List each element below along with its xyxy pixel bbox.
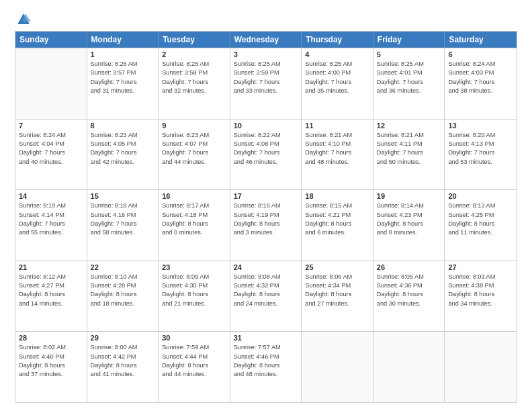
day-number: 20 [448, 192, 513, 200]
logo-icon [16, 12, 31, 27]
day-cell: 4Sunrise: 8:25 AMSunset: 4:00 PMDaylight… [302, 48, 373, 119]
day-number: 10 [234, 122, 298, 130]
day-cell: 19Sunrise: 8:14 AMSunset: 4:23 PMDayligh… [373, 190, 445, 261]
day-number: 7 [19, 122, 83, 130]
day-info: Sunrise: 8:08 AMSunset: 4:32 PMDaylight:… [234, 273, 298, 308]
day-info: Sunrise: 8:26 AMSunset: 3:57 PMDaylight:… [91, 60, 155, 95]
day-header: Sunday [15, 32, 87, 48]
day-cell: 27Sunrise: 8:03 AMSunset: 4:38 PMDayligh… [445, 261, 517, 332]
day-cell: 1Sunrise: 8:26 AMSunset: 3:57 PMDaylight… [87, 48, 159, 119]
header [15, 12, 517, 27]
day-number: 30 [162, 334, 226, 342]
day-number: 17 [234, 192, 298, 200]
day-number: 6 [448, 50, 513, 58]
day-header: Saturday [445, 32, 517, 48]
week-row: 28Sunrise: 8:02 AMSunset: 4:40 PMDayligh… [15, 331, 517, 402]
day-info: Sunrise: 8:24 AMSunset: 4:03 PMDaylight:… [448, 60, 513, 95]
day-info: Sunrise: 8:00 AMSunset: 4:42 PMDaylight:… [91, 343, 155, 379]
day-info: Sunrise: 8:25 AMSunset: 3:59 PMDaylight:… [234, 60, 298, 95]
day-cell: 8Sunrise: 8:23 AMSunset: 4:05 PMDaylight… [87, 120, 159, 190]
week-row: 21Sunrise: 8:12 AMSunset: 4:27 PMDayligh… [15, 261, 517, 332]
day-cell [373, 332, 445, 402]
day-number: 1 [91, 50, 155, 58]
day-info: Sunrise: 8:09 AMSunset: 4:30 PMDaylight:… [162, 273, 226, 308]
day-cell: 30Sunrise: 7:59 AMSunset: 4:44 PMDayligh… [159, 332, 230, 402]
day-info: Sunrise: 8:16 AMSunset: 4:19 PMDaylight:… [234, 201, 298, 237]
day-cell: 2Sunrise: 8:25 AMSunset: 3:58 PMDaylight… [159, 48, 230, 119]
day-number: 29 [91, 334, 155, 342]
day-info: Sunrise: 8:13 AMSunset: 4:25 PMDaylight:… [448, 201, 513, 237]
day-number: 28 [19, 334, 83, 342]
day-cell: 28Sunrise: 8:02 AMSunset: 4:40 PMDayligh… [15, 332, 87, 402]
day-info: Sunrise: 8:10 AMSunset: 4:28 PMDaylight:… [91, 273, 155, 308]
day-cell: 24Sunrise: 8:08 AMSunset: 4:32 PMDayligh… [230, 261, 302, 332]
day-info: Sunrise: 8:22 AMSunset: 4:08 PMDaylight:… [234, 131, 298, 167]
day-number: 14 [19, 192, 83, 200]
day-info: Sunrise: 7:59 AMSunset: 4:44 PMDaylight:… [162, 343, 226, 379]
day-number: 11 [305, 122, 369, 130]
day-cell: 26Sunrise: 8:05 AMSunset: 4:36 PMDayligh… [373, 261, 445, 332]
day-number: 24 [234, 263, 298, 271]
day-info: Sunrise: 8:25 AMSunset: 3:58 PMDaylight:… [162, 60, 226, 95]
day-cell: 18Sunrise: 8:15 AMSunset: 4:21 PMDayligh… [302, 190, 373, 261]
day-info: Sunrise: 7:57 AMSunset: 4:46 PMDaylight:… [234, 343, 298, 379]
day-number: 21 [19, 263, 83, 271]
day-cell: 6Sunrise: 8:24 AMSunset: 4:03 PMDaylight… [445, 48, 517, 119]
day-cell: 25Sunrise: 8:06 AMSunset: 4:34 PMDayligh… [302, 261, 373, 332]
day-cell: 20Sunrise: 8:13 AMSunset: 4:25 PMDayligh… [445, 190, 517, 261]
day-cell: 10Sunrise: 8:22 AMSunset: 4:08 PMDayligh… [230, 120, 302, 190]
day-info: Sunrise: 8:20 AMSunset: 4:13 PMDaylight:… [448, 131, 513, 167]
day-number: 22 [91, 263, 155, 271]
day-number: 12 [377, 122, 441, 130]
day-header: Monday [87, 32, 159, 48]
day-number: 31 [234, 334, 298, 342]
day-header: Thursday [302, 32, 373, 48]
day-cell: 7Sunrise: 8:24 AMSunset: 4:04 PMDaylight… [15, 120, 87, 190]
day-cell: 17Sunrise: 8:16 AMSunset: 4:19 PMDayligh… [230, 190, 302, 261]
day-number: 19 [377, 192, 441, 200]
day-cell: 16Sunrise: 8:17 AMSunset: 4:18 PMDayligh… [159, 190, 230, 261]
day-cell: 15Sunrise: 8:18 AMSunset: 4:16 PMDayligh… [87, 190, 159, 261]
day-info: Sunrise: 8:21 AMSunset: 4:11 PMDaylight:… [377, 131, 441, 167]
week-row: 1Sunrise: 8:26 AMSunset: 3:57 PMDaylight… [15, 48, 517, 119]
day-header: Wednesday [230, 32, 302, 48]
day-cell: 23Sunrise: 8:09 AMSunset: 4:30 PMDayligh… [159, 261, 230, 332]
day-cell: 5Sunrise: 8:25 AMSunset: 4:01 PMDaylight… [373, 48, 445, 119]
day-number: 27 [448, 263, 513, 271]
page: SundayMondayTuesdayWednesdayThursdayFrid… [0, 0, 532, 411]
day-info: Sunrise: 8:21 AMSunset: 4:10 PMDaylight:… [305, 131, 369, 167]
day-info: Sunrise: 8:25 AMSunset: 4:00 PMDaylight:… [305, 60, 369, 95]
day-info: Sunrise: 8:17 AMSunset: 4:18 PMDaylight:… [162, 201, 226, 237]
day-number: 5 [377, 50, 441, 58]
day-info: Sunrise: 8:23 AMSunset: 4:05 PMDaylight:… [91, 131, 155, 167]
day-cell [302, 332, 373, 402]
week-row: 7Sunrise: 8:24 AMSunset: 4:04 PMDaylight… [15, 119, 517, 190]
day-info: Sunrise: 8:25 AMSunset: 4:01 PMDaylight:… [377, 60, 441, 95]
day-number: 26 [377, 263, 441, 271]
day-number: 2 [162, 50, 226, 58]
day-number: 23 [162, 263, 226, 271]
day-number: 18 [305, 192, 369, 200]
logo [15, 12, 31, 27]
day-number: 4 [305, 50, 369, 58]
day-number: 13 [448, 122, 513, 130]
day-number: 8 [91, 122, 155, 130]
day-headers: SundayMondayTuesdayWednesdayThursdayFrid… [15, 32, 517, 48]
day-cell: 3Sunrise: 8:25 AMSunset: 3:59 PMDaylight… [230, 48, 302, 119]
day-info: Sunrise: 8:02 AMSunset: 4:40 PMDaylight:… [19, 343, 83, 379]
day-info: Sunrise: 8:12 AMSunset: 4:27 PMDaylight:… [19, 273, 83, 308]
day-header: Tuesday [159, 32, 230, 48]
week-row: 14Sunrise: 8:19 AMSunset: 4:14 PMDayligh… [15, 189, 517, 261]
day-number: 3 [234, 50, 298, 58]
day-info: Sunrise: 8:14 AMSunset: 4:23 PMDaylight:… [377, 201, 441, 237]
day-info: Sunrise: 8:05 AMSunset: 4:36 PMDaylight:… [377, 273, 441, 308]
day-info: Sunrise: 8:24 AMSunset: 4:04 PMDaylight:… [19, 131, 83, 167]
day-cell: 13Sunrise: 8:20 AMSunset: 4:13 PMDayligh… [445, 120, 517, 190]
day-header: Friday [373, 32, 445, 48]
day-number: 25 [305, 263, 369, 271]
weeks: 1Sunrise: 8:26 AMSunset: 3:57 PMDaylight… [15, 48, 517, 402]
day-info: Sunrise: 8:03 AMSunset: 4:38 PMDaylight:… [448, 273, 513, 308]
day-cell: 12Sunrise: 8:21 AMSunset: 4:11 PMDayligh… [373, 120, 445, 190]
day-cell: 22Sunrise: 8:10 AMSunset: 4:28 PMDayligh… [87, 261, 159, 332]
day-number: 15 [91, 192, 155, 200]
